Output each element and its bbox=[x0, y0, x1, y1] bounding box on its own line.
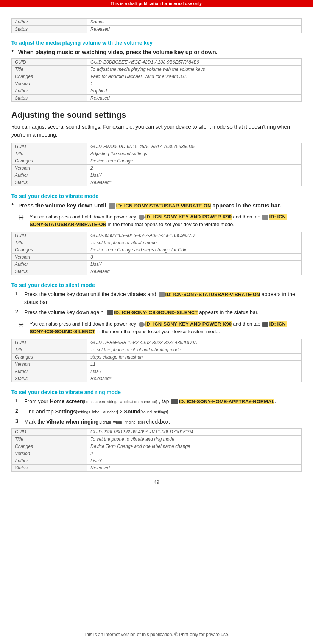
power-icon-1 bbox=[139, 215, 145, 220]
power-icon-2 bbox=[139, 322, 145, 327]
page-number: 49 bbox=[11, 479, 302, 485]
section5-meta-table: GUIDGUID-238E06D2-6988-439A-8711-90ED730… bbox=[11, 428, 302, 472]
section5-step2-text: Find and tap Settings[settings_label_lau… bbox=[24, 408, 171, 416]
section4-steps: 1 Press the volume key down until the de… bbox=[15, 290, 302, 317]
section3-note-text: You can also press and hold down the pow… bbox=[30, 213, 302, 228]
highlight-s4-vibrate: ID: ICN-SONY-STATUSBAR-VIBRATE-ON bbox=[165, 292, 260, 297]
section5-step3: 3 Mark the Vibrate when ringing[vibrate_… bbox=[15, 418, 302, 426]
vibrate-icon bbox=[109, 203, 115, 209]
step-number-s5-1: 1 bbox=[15, 398, 21, 404]
silent-icon-note bbox=[262, 322, 268, 327]
section4-step2: 2 Press the volume key down again. ID: I… bbox=[15, 309, 302, 317]
section4-note: ✳ You can also press and hold down the p… bbox=[18, 320, 302, 335]
section5-step1: 1 From your Home screen[homescreen_strin… bbox=[15, 398, 302, 405]
step-number-s5-2: 2 bbox=[15, 408, 21, 414]
vibrate-icon-2 bbox=[262, 215, 268, 220]
meta-value: KomalL bbox=[87, 19, 302, 26]
apptray-icon bbox=[171, 399, 178, 404]
section4-note-text: You can also press and hold down the pow… bbox=[30, 320, 302, 335]
note-star-icon-2: ✳ bbox=[18, 321, 26, 329]
section3-heading: To set your device to vibrate mode bbox=[11, 193, 302, 199]
highlight-s4-silent: ID: ICN-SONY-ICS-SOUND-SILENCT bbox=[114, 310, 198, 315]
section2-heading: Adjusting the sound settings bbox=[11, 110, 302, 120]
highlight-power-k90-1: ID: ICN-SONY-KEY-AND-POWER-K90 bbox=[145, 214, 232, 220]
section5-step2: 2 Find and tap Settings[settings_label_l… bbox=[15, 408, 302, 416]
section5-step3-text: Mark the Vibrate when ringing[vibrate_wh… bbox=[24, 418, 170, 426]
section1-meta-table: GUIDGUID-B0DBCBEE-A5CE-42D1-A138-9B6E57F… bbox=[11, 58, 302, 102]
section3-meta-table: GUIDGUID-3030B405-90E5-45F2-A0F7-30F1B3C… bbox=[11, 232, 302, 275]
highlight-power-k90-2: ID: ICN-SONY-KEY-AND-POWER-K90 bbox=[145, 321, 232, 327]
step-number-1: 1 bbox=[15, 290, 21, 296]
section1-bullet-text: When playing music or watching video, pr… bbox=[18, 48, 218, 56]
page-footer: This is an Internet version of this publ… bbox=[0, 632, 313, 637]
section3-bullet-text: Press the volume key down until ID: ICN-… bbox=[18, 201, 281, 209]
meta-label: Author bbox=[12, 19, 87, 26]
highlight-apptray: ID: ICN-SONY-HOME-APPTRAY-NORMAL bbox=[179, 399, 274, 404]
vibrate-ringing-string-label: [vibrate_when_ringing_title] bbox=[99, 420, 145, 424]
vibrate-ringing-label: Vibrate when ringing bbox=[46, 419, 98, 425]
home-screen-label: Home screen bbox=[50, 398, 83, 404]
silent-icon-s4 bbox=[107, 310, 113, 315]
highlight-vibrate-on-1: ID: ICN-SONY-STATUSBAR-VIBRATE-ON bbox=[116, 203, 211, 209]
sound-string-label: [sound_settings] bbox=[140, 410, 168, 414]
section5-step1-text: From your Home screen[homescreen_strings… bbox=[24, 398, 276, 405]
settings-string-label: [settings_label_launcher] bbox=[76, 410, 118, 414]
section5-heading: To set your device to vibrate and ring m… bbox=[11, 389, 302, 395]
section2-meta-table: GUIDGUID-F97936DD-6D15-45A6-B517-7635755… bbox=[11, 143, 302, 186]
sound-label: Sound bbox=[124, 409, 141, 415]
top-meta-table: Author KomalL Status Released bbox=[11, 18, 302, 33]
section4-step2-text: Press the volume key down again. ID: ICN… bbox=[24, 309, 258, 317]
section4-heading: To set your device to silent mode bbox=[11, 282, 302, 288]
homescreen-string-label: [homescreen_strings_application_name_txt… bbox=[83, 400, 157, 404]
section3-bullet: • Press the volume key down until ID: IC… bbox=[11, 201, 302, 209]
draft-banner: This is a draft publication for internal… bbox=[0, 0, 313, 7]
section3-note: ✳ You can also press and hold down the p… bbox=[18, 213, 302, 228]
meta-label: Status bbox=[12, 26, 87, 33]
section2-intro: You can adjust several sound settings. F… bbox=[11, 123, 302, 139]
section1-bullet: • When playing music or watching video, … bbox=[11, 48, 302, 56]
bullet-icon: • bbox=[11, 201, 18, 209]
bullet-icon: • bbox=[11, 47, 18, 56]
section1-heading: To adjust the media playing volume with … bbox=[11, 40, 302, 46]
vibrate-icon-s4 bbox=[159, 292, 165, 297]
settings-label: Settings bbox=[55, 409, 76, 415]
step-number-2: 2 bbox=[15, 309, 21, 315]
step-number-s5-3: 3 bbox=[15, 418, 21, 424]
note-star-icon: ✳ bbox=[18, 214, 26, 222]
meta-value: Released bbox=[87, 26, 302, 33]
section5-steps: 1 From your Home screen[homescreen_strin… bbox=[15, 398, 302, 426]
section4-step1-text: Press the volume key down until the devi… bbox=[24, 290, 302, 306]
section4-step1: 1 Press the volume key down until the de… bbox=[15, 290, 302, 306]
section4-meta-table: GUIDGUID-DFB6F5BB-15B2-49A2-B023-828A485… bbox=[11, 339, 302, 382]
